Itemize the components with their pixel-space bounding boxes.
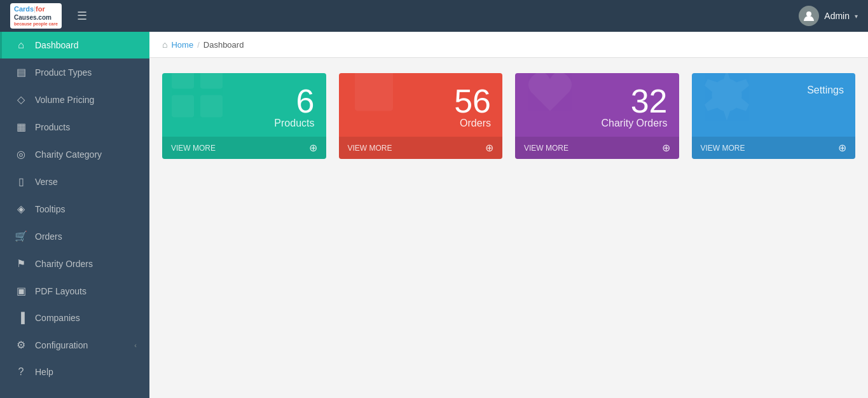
- card-footer-products[interactable]: VIEW MORE ⊕: [162, 137, 326, 159]
- card-view-more-products: VIEW MORE: [171, 144, 216, 153]
- sidebar: ⌂ Dashboard ▤ Product Types ◇ Volume Pri…: [0, 32, 149, 398]
- verse-icon: ▯: [15, 175, 27, 188]
- logo-for: for: [36, 5, 45, 13]
- sidebar-label-verse: Verse: [35, 177, 58, 187]
- card-bg-icon-charity-orders: [521, 73, 579, 133]
- sidebar-label-configuration: Configuration: [35, 340, 88, 350]
- breadcrumb-current: Dashboard: [203, 40, 244, 50]
- svg-rect-2: [200, 73, 223, 89]
- svg-point-5: [715, 81, 738, 104]
- navbar: Cards|for Causes.com because people care…: [0, 0, 868, 32]
- card-label-products: Products: [274, 118, 314, 129]
- main-layout: ⌂ Dashboard ▤ Product Types ◇ Volume Pri…: [0, 32, 868, 398]
- logo-cards: Cards: [14, 5, 34, 13]
- sidebar-label-charity-category: Charity Category: [35, 149, 102, 160]
- sidebar-item-charity-orders[interactable]: ⚑ Charity Orders: [0, 250, 149, 277]
- card-bg-icon-products: [169, 73, 226, 133]
- card-arrow-icon-charity-orders: ⊕: [662, 142, 670, 154]
- sidebar-label-orders: Orders: [35, 231, 62, 242]
- card-settings[interactable]: Settings VIEW MORE ⊕: [692, 73, 856, 159]
- sidebar-item-dashboard[interactable]: ⌂ Dashboard: [0, 32, 149, 58]
- card-label-charity-orders: Charity Orders: [601, 118, 667, 129]
- navbar-logo: Cards|for Causes.com because people care: [10, 3, 62, 29]
- card-arrow-icon-products: ⊕: [309, 142, 317, 154]
- card-view-more-charity-orders: VIEW MORE: [524, 144, 568, 153]
- card-bg-icon-orders: [345, 73, 403, 133]
- card-view-more-orders: VIEW MORE: [348, 144, 392, 153]
- sidebar-label-volume-pricing: Volume Pricing: [35, 95, 94, 105]
- avatar: [799, 6, 819, 26]
- card-main-products: 6 Products: [162, 73, 326, 137]
- svg-rect-3: [172, 95, 194, 118]
- navbar-right: Admin ▾: [799, 6, 858, 26]
- charity-orders-icon: ⚑: [15, 257, 27, 270]
- card-label-orders: Orders: [460, 118, 491, 129]
- sidebar-label-charity-orders: Charity Orders: [35, 259, 93, 269]
- logo-tagline: because people care: [14, 22, 58, 27]
- card-label-settings: Settings: [807, 85, 844, 96]
- breadcrumb: ⌂ Home / Dashboard: [149, 32, 868, 58]
- card-number-products: 6: [296, 85, 315, 118]
- dashboard-icon: ⌂: [15, 39, 27, 51]
- card-footer-settings[interactable]: VIEW MORE ⊕: [692, 137, 856, 159]
- card-charity-orders[interactable]: 32 Charity Orders VIEW MORE ⊕: [515, 73, 679, 159]
- hamburger-button[interactable]: ☰: [77, 9, 87, 23]
- sidebar-item-products[interactable]: ▦ Products: [0, 113, 149, 141]
- sidebar-item-orders[interactable]: 🛒 Orders: [0, 223, 149, 250]
- products-icon: ▦: [15, 121, 27, 133]
- sidebar-label-products: Products: [35, 122, 70, 132]
- card-orders[interactable]: 56 Orders VIEW MORE ⊕: [339, 73, 503, 159]
- breadcrumb-separator: /: [197, 40, 200, 50]
- navbar-left: Cards|for Causes.com because people care…: [10, 3, 87, 29]
- dashboard-cards: 6 Products VIEW MORE ⊕ 56 Orders VIEW MO…: [149, 58, 868, 174]
- card-footer-orders[interactable]: VIEW MORE ⊕: [339, 137, 503, 159]
- product-types-icon: ▤: [15, 66, 27, 78]
- card-footer-charity-orders[interactable]: VIEW MORE ⊕: [515, 137, 679, 159]
- card-bg-icon-settings: [698, 73, 755, 133]
- svg-rect-4: [200, 95, 223, 118]
- card-arrow-icon-settings: ⊕: [838, 142, 846, 154]
- companies-icon: ▐: [15, 312, 27, 324]
- card-main-charity-orders: 32 Charity Orders: [515, 73, 679, 137]
- admin-dropdown-caret[interactable]: ▾: [855, 13, 858, 20]
- content-area: ⌂ Home / Dashboard 6 Products VIEW MORE …: [149, 32, 868, 398]
- card-main-settings: Settings: [692, 73, 856, 137]
- configuration-icon: ⚙: [15, 339, 27, 351]
- sidebar-item-pdf-layouts[interactable]: ▣ PDF Layouts: [0, 277, 149, 305]
- svg-rect-1: [172, 73, 194, 89]
- logo-causes: Causes.com: [14, 14, 52, 21]
- volume-pricing-icon: ◇: [15, 93, 27, 106]
- help-icon: ?: [15, 366, 27, 378]
- sidebar-label-tooltips: Tooltips: [35, 204, 65, 214]
- sidebar-label-product-types: Product Types: [35, 67, 92, 78]
- sidebar-label-companies: Companies: [35, 313, 80, 323]
- sidebar-item-verse[interactable]: ▯ Verse: [0, 168, 149, 195]
- card-main-orders: 56 Orders: [339, 73, 503, 137]
- charity-category-icon: ◎: [15, 148, 27, 160]
- svg-point-0: [806, 11, 811, 17]
- sidebar-item-tooltips[interactable]: ◈ Tooltips: [0, 195, 149, 223]
- breadcrumb-home-link[interactable]: Home: [171, 40, 193, 50]
- tooltips-icon: ◈: [15, 203, 27, 215]
- pdf-layouts-icon: ▣: [15, 285, 27, 297]
- card-number-charity-orders: 32: [631, 85, 668, 118]
- sidebar-item-configuration[interactable]: ⚙ Configuration ‹: [0, 331, 149, 359]
- card-arrow-icon-orders: ⊕: [485, 142, 493, 154]
- home-icon: ⌂: [162, 39, 167, 50]
- sidebar-item-product-types[interactable]: ▤ Product Types: [0, 58, 149, 86]
- sidebar-label-help: Help: [35, 367, 53, 377]
- card-products[interactable]: 6 Products VIEW MORE ⊕: [162, 73, 326, 159]
- sidebar-item-charity-category[interactable]: ◎ Charity Category: [0, 141, 149, 168]
- card-view-more-settings: VIEW MORE: [701, 144, 745, 153]
- logo-box: Cards|for Causes.com because people care: [10, 3, 62, 29]
- sidebar-item-volume-pricing[interactable]: ◇ Volume Pricing: [0, 86, 149, 113]
- sidebar-item-companies[interactable]: ▐ Companies: [0, 305, 149, 331]
- sidebar-label-dashboard: Dashboard: [35, 40, 79, 50]
- orders-icon: 🛒: [15, 230, 27, 242]
- sidebar-arrow-configuration: ‹: [134, 341, 137, 349]
- sidebar-label-pdf-layouts: PDF Layouts: [35, 286, 86, 296]
- card-number-orders: 56: [454, 85, 491, 118]
- sidebar-item-help[interactable]: ? Help: [0, 359, 149, 385]
- admin-label[interactable]: Admin: [824, 11, 850, 21]
